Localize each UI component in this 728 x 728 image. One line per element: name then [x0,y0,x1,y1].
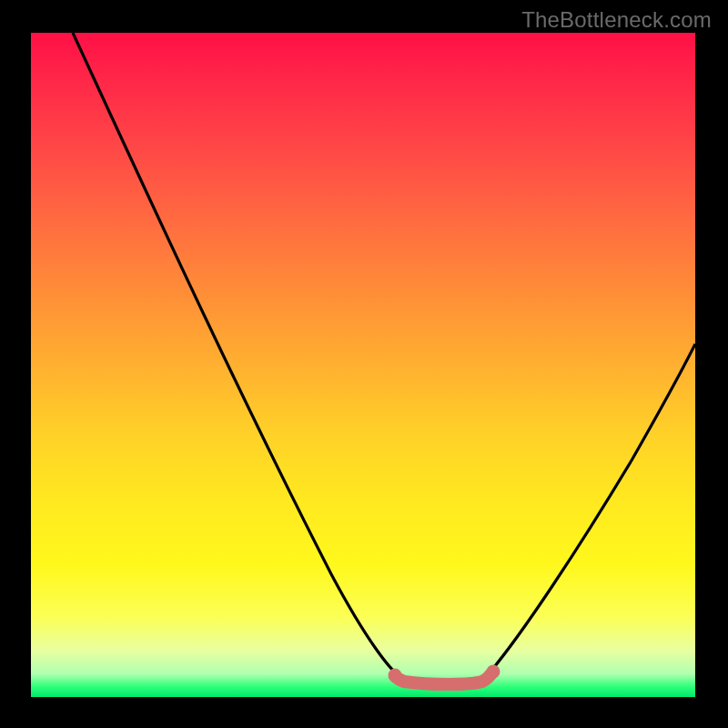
chart-frame: TheBottleneck.com [0,0,728,728]
plot-area [31,33,695,697]
flat-minimum-endpoint-left [389,669,402,682]
watermark-text: TheBottleneck.com [521,7,712,33]
bottleneck-curve-svg [31,33,695,697]
bottleneck-curve-line [73,33,695,683]
flat-minimum-endpoint-right [487,665,500,679]
flat-minimum-marker [395,672,492,684]
